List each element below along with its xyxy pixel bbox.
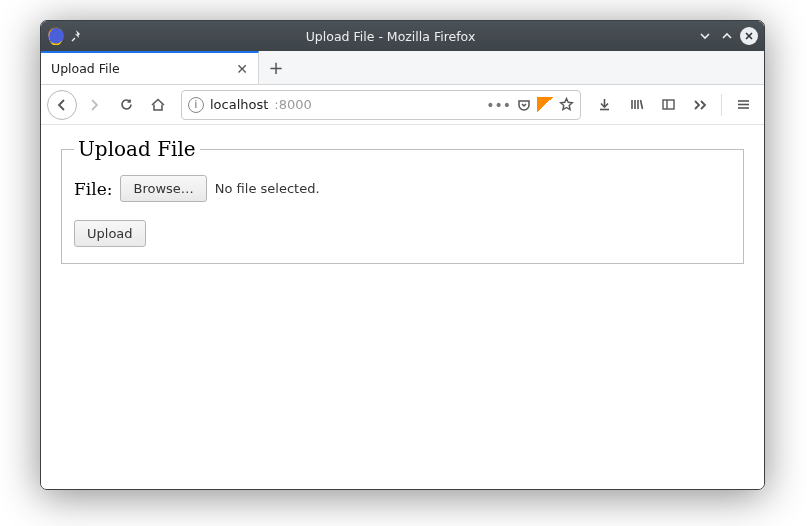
upload-fieldset: Upload File File: Browse… No file select…: [61, 137, 744, 264]
upload-button[interactable]: Upload: [74, 220, 146, 247]
back-button[interactable]: [47, 90, 77, 120]
window-title: Upload File - Mozilla Firefox: [89, 29, 692, 44]
bookmark-star-icon[interactable]: [559, 97, 574, 112]
hamburger-menu-button[interactable]: [728, 90, 758, 120]
firefox-icon: [47, 27, 65, 45]
extension-icon[interactable]: [537, 97, 553, 113]
titlebar: Upload File - Mozilla Firefox: [41, 21, 764, 51]
minimize-button[interactable]: [696, 27, 714, 45]
toolbar-separator: [721, 94, 722, 116]
page-content: Upload File File: Browse… No file select…: [41, 125, 764, 489]
overflow-button[interactable]: [685, 90, 715, 120]
library-button[interactable]: [621, 90, 651, 120]
tab-bar: Upload File ✕ +: [41, 51, 764, 85]
maximize-button[interactable]: [718, 27, 736, 45]
url-port: :8000: [274, 97, 311, 112]
url-bar[interactable]: i localhost:8000 •••: [181, 90, 581, 120]
sidebar-button[interactable]: [653, 90, 683, 120]
navigation-toolbar: i localhost:8000 •••: [41, 85, 764, 125]
firefox-window: Upload File - Mozilla Firefox Upload Fil…: [40, 20, 765, 490]
site-info-icon[interactable]: i: [188, 97, 204, 113]
browser-tab[interactable]: Upload File ✕: [41, 51, 259, 84]
pocket-icon[interactable]: [517, 98, 531, 112]
pin-icon[interactable]: [71, 30, 83, 42]
file-status-text: No file selected.: [215, 181, 320, 196]
fieldset-legend: Upload File: [74, 137, 200, 161]
downloads-button[interactable]: [589, 90, 619, 120]
url-host: localhost: [210, 97, 268, 112]
svg-line-8: [640, 100, 642, 109]
close-button[interactable]: [740, 27, 758, 45]
forward-button[interactable]: [79, 90, 109, 120]
svg-rect-9: [663, 100, 674, 109]
reload-button[interactable]: [111, 90, 141, 120]
browse-button[interactable]: Browse…: [120, 175, 206, 202]
file-label: File:: [74, 179, 112, 199]
tab-close-icon[interactable]: ✕: [236, 61, 248, 77]
home-button[interactable]: [143, 90, 173, 120]
tab-title: Upload File: [51, 61, 230, 76]
new-tab-button[interactable]: +: [259, 51, 293, 84]
page-action-more-icon[interactable]: •••: [486, 97, 511, 113]
svg-line-1: [72, 38, 75, 41]
